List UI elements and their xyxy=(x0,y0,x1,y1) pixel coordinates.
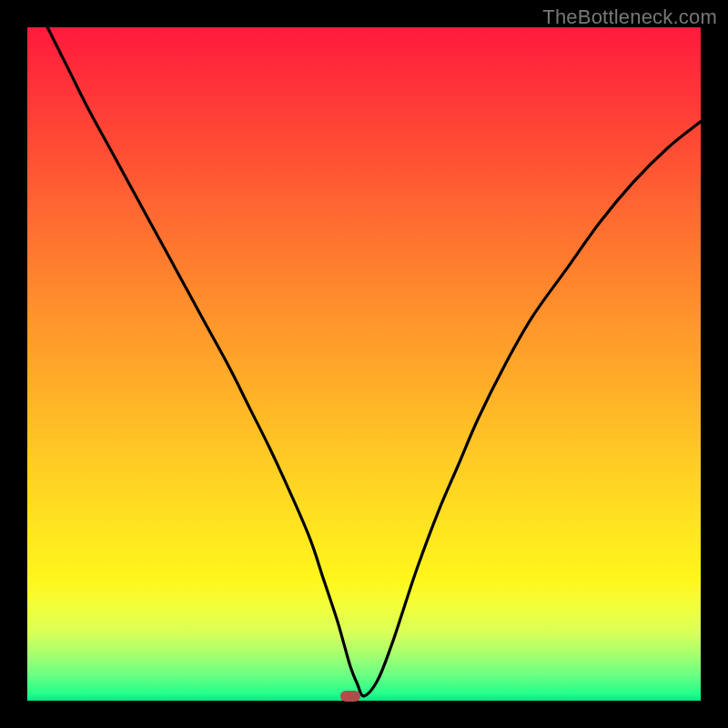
minimum-marker xyxy=(340,691,360,702)
curve-layer xyxy=(27,27,701,701)
chart-frame: TheBottleneck.com xyxy=(0,0,728,728)
plot-area xyxy=(27,27,701,701)
bottleneck-curve xyxy=(47,27,701,696)
watermark-label: TheBottleneck.com xyxy=(542,5,717,29)
